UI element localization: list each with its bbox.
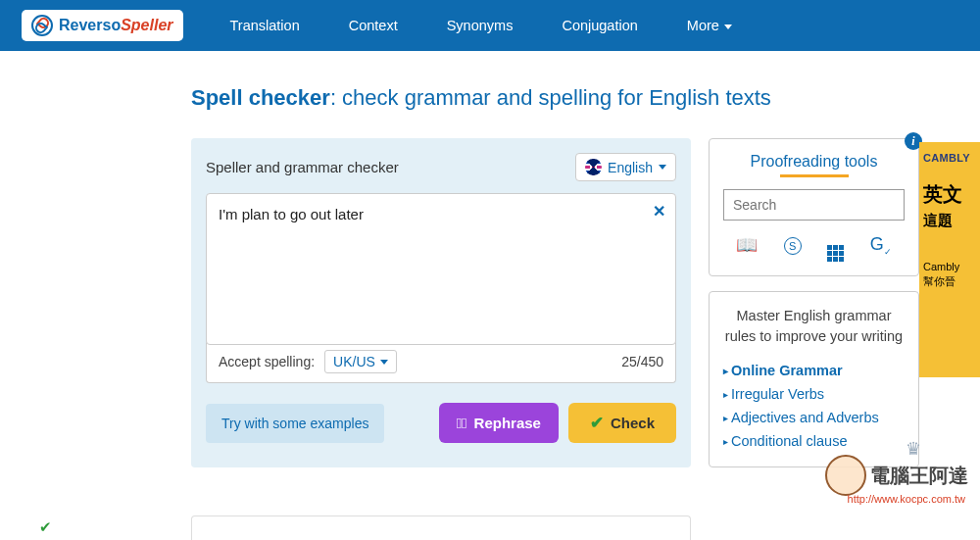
ad-banner[interactable]: CAMBLY 英文 這題 Cambly幫你晉 — [919, 142, 980, 377]
logo-text-1: Reverso — [59, 17, 121, 33]
nav-more[interactable]: More — [667, 10, 752, 41]
top-nav-bar: ReversoSpeller Translation Context Synon… — [0, 0, 980, 51]
try-examples-button[interactable]: Try with some examples — [206, 404, 384, 443]
reverso-arrows-icon — [31, 15, 53, 36]
proofreading-title: Proofreading tools — [723, 153, 905, 171]
nav-conjugation[interactable]: Conjugation — [542, 10, 657, 41]
speller-card: Speller and grammar checker English I'm … — [191, 138, 691, 467]
ad-line1: 英文 — [923, 181, 976, 208]
page-title: Spell checker: check grammar and spellin… — [191, 85, 980, 111]
check-button[interactable]: ✔ Check — [568, 403, 676, 443]
link-irregular-verbs[interactable]: ▸Irregular Verbs — [723, 382, 905, 406]
link-conditional-clause[interactable]: ▸Conditional clause — [723, 429, 905, 453]
text-content: I'm plan to go out later — [219, 206, 364, 222]
logo-text-2: Speller — [121, 17, 172, 33]
ad-line3: Cambly幫你晉 — [923, 260, 976, 290]
logo[interactable]: ReversoSpeller — [22, 10, 183, 41]
check-icon: ✔ — [590, 413, 604, 433]
caret-down-icon — [380, 360, 388, 365]
ad-brand: CAMBLY — [923, 152, 976, 164]
search-input[interactable] — [723, 189, 905, 221]
result-preview — [191, 515, 691, 540]
book-icon[interactable]: 📖 — [736, 234, 758, 262]
text-input[interactable]: I'm plan to go out later ✕ — [206, 193, 676, 345]
caret-down-icon — [659, 165, 666, 170]
chevron-down-icon — [724, 25, 732, 29]
nav-synonyms[interactable]: Synonyms — [427, 10, 533, 41]
proofreading-tools-card: i Proofreading tools 📖 S G✓ — [709, 138, 919, 276]
nav-context[interactable]: Context — [329, 10, 417, 41]
watermark-text: 電腦王阿達 — [870, 463, 968, 489]
mascot-icon — [825, 455, 866, 496]
spelling-variant-select[interactable]: UK/US — [324, 350, 397, 373]
grammar-intro-text: Master English grammar rules to improve … — [723, 306, 905, 347]
grid-icon[interactable] — [827, 234, 844, 262]
char-counter: 25/450 — [621, 354, 663, 369]
grammar-links-card: Master English grammar rules to improve … — [709, 291, 919, 467]
language-label: English — [608, 160, 653, 175]
main-nav: Translation Context Synonyms Conjugation… — [211, 10, 752, 41]
dollar-circle-icon[interactable]: S — [784, 234, 802, 262]
watermark-url: http://www.kocpc.com.tw — [848, 493, 965, 505]
link-online-grammar[interactable]: ▸Online Grammar — [723, 359, 905, 382]
link-adjectives-adverbs[interactable]: ▸Adjectives and Adverbs — [723, 406, 905, 429]
rephrase-button[interactable]: ✦⃰ Rephrase — [439, 403, 559, 443]
clear-text-icon[interactable]: ✕ — [653, 202, 665, 221]
sidebar: i Proofreading tools 📖 S G✓ Master Engli… — [709, 138, 919, 467]
language-select[interactable]: English — [575, 153, 676, 181]
spelling-row: Accept spelling: UK/US 25/450 — [206, 341, 676, 383]
nav-translation[interactable]: Translation — [211, 10, 319, 41]
wand-icon: ✦⃰ — [457, 415, 467, 431]
uk-flag-icon — [585, 159, 602, 175]
ad-line2: 這題 — [923, 212, 976, 230]
accept-spelling-label: Accept spelling: — [219, 354, 315, 369]
watermark: 電腦王阿達 — [825, 455, 968, 496]
g-check-icon[interactable]: G✓ — [870, 234, 892, 262]
card-title: Speller and grammar checker — [206, 159, 399, 175]
check-icon: ✔ — [39, 518, 52, 536]
